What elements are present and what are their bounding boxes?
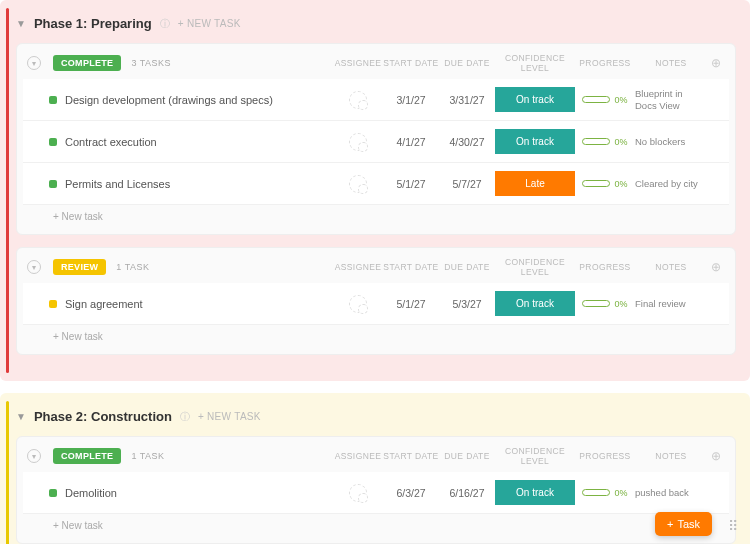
chevron-down-icon[interactable]: ▼	[16, 411, 26, 422]
status-pill[interactable]: COMPLETE	[53, 448, 121, 464]
task-row[interactable]: Demolition 6/3/27 6/16/27 On track 0% pu…	[23, 472, 729, 514]
col-assignee: ASSIGNEE	[333, 58, 383, 68]
status-square-icon	[49, 300, 57, 308]
chevron-down-icon[interactable]: ▼	[16, 18, 26, 29]
start-date[interactable]: 4/1/27	[383, 136, 439, 148]
phase-title[interactable]: Phase 2: Construction	[34, 409, 172, 424]
progress[interactable]: 0%	[575, 488, 635, 498]
due-date[interactable]: 4/30/27	[439, 136, 495, 148]
due-date[interactable]: 6/16/27	[439, 487, 495, 499]
due-date[interactable]: 5/7/27	[439, 178, 495, 190]
col-assignee: ASSIGNEE	[333, 451, 383, 461]
status-pill[interactable]: COMPLETE	[53, 55, 121, 71]
start-date[interactable]: 3/1/27	[383, 94, 439, 106]
add-column-icon[interactable]: ⊕	[707, 449, 725, 463]
col-assignee: ASSIGNEE	[333, 262, 383, 272]
phase-section: ▼ Phase 1: Preparing ⓘ + NEW TASK ▾ COMP…	[0, 0, 750, 381]
due-date[interactable]: 3/31/27	[439, 94, 495, 106]
task-name: Sign agreement	[65, 298, 143, 310]
status-pill[interactable]: REVIEW	[53, 259, 106, 275]
col-start-date: START DATE	[383, 451, 439, 461]
grid-icon[interactable]: ⠿	[728, 518, 738, 534]
add-column-icon[interactable]: ⊕	[707, 260, 725, 274]
notes[interactable]: Final review	[635, 298, 707, 309]
col-progress: PROGRESS	[575, 58, 635, 68]
info-icon[interactable]: ⓘ	[180, 410, 190, 424]
notes[interactable]: No blockers	[635, 136, 707, 147]
col-due-date: DUE DATE	[439, 262, 495, 272]
task-name: Demolition	[65, 487, 117, 499]
float-btn-label: Task	[677, 518, 700, 530]
phase-title[interactable]: Phase 1: Preparing	[34, 16, 152, 31]
col-confidence: CONFIDENCE LEVEL	[495, 53, 575, 73]
assignee-icon[interactable]	[349, 175, 367, 193]
assignee-icon[interactable]	[349, 295, 367, 313]
confidence-level[interactable]: On track	[495, 480, 575, 505]
task-row[interactable]: Permits and Licenses 5/1/27 5/7/27 Late …	[23, 163, 729, 205]
collapse-icon[interactable]: ▾	[27, 449, 41, 463]
collapse-icon[interactable]: ▾	[27, 56, 41, 70]
new-task-header[interactable]: + NEW TASK	[198, 411, 261, 422]
assignee-icon[interactable]	[349, 91, 367, 109]
col-due-date: DUE DATE	[439, 451, 495, 461]
progress[interactable]: 0%	[575, 95, 635, 105]
col-progress: PROGRESS	[575, 262, 635, 272]
start-date[interactable]: 5/1/27	[383, 178, 439, 190]
status-square-icon	[49, 138, 57, 146]
task-group: ▾ REVIEW 1 TASK ASSIGNEE START DATE DUE …	[16, 247, 736, 355]
new-task-row[interactable]: + New task	[23, 205, 729, 228]
collapse-icon[interactable]: ▾	[27, 260, 41, 274]
col-progress: PROGRESS	[575, 451, 635, 461]
new-task-header[interactable]: + NEW TASK	[178, 18, 241, 29]
task-row[interactable]: Contract execution 4/1/27 4/30/27 On tra…	[23, 121, 729, 163]
col-notes: NOTES	[635, 58, 707, 68]
task-row[interactable]: Sign agreement 5/1/27 5/3/27 On track 0%…	[23, 283, 729, 325]
plus-icon: +	[667, 518, 673, 530]
confidence-level[interactable]: On track	[495, 291, 575, 316]
task-group: ▾ COMPLETE 1 TASK ASSIGNEE START DATE DU…	[16, 436, 736, 544]
task-name: Design development (drawings and specs)	[65, 94, 273, 106]
progress[interactable]: 0%	[575, 299, 635, 309]
task-count: 1 TASK	[116, 262, 149, 272]
info-icon[interactable]: ⓘ	[160, 17, 170, 31]
progress[interactable]: 0%	[575, 179, 635, 189]
notes[interactable]: Cleared by city	[635, 178, 707, 189]
task-count: 1 TASK	[131, 451, 164, 461]
status-square-icon	[49, 180, 57, 188]
progress[interactable]: 0%	[575, 137, 635, 147]
confidence-level[interactable]: Late	[495, 171, 575, 196]
task-name: Contract execution	[65, 136, 157, 148]
status-square-icon	[49, 96, 57, 104]
task-row[interactable]: Design development (drawings and specs) …	[23, 79, 729, 121]
start-date[interactable]: 6/3/27	[383, 487, 439, 499]
confidence-level[interactable]: On track	[495, 87, 575, 112]
start-date[interactable]: 5/1/27	[383, 298, 439, 310]
col-confidence: CONFIDENCE LEVEL	[495, 446, 575, 466]
due-date[interactable]: 5/3/27	[439, 298, 495, 310]
col-start-date: START DATE	[383, 58, 439, 68]
new-task-row[interactable]: + New task	[23, 325, 729, 348]
assignee-icon[interactable]	[349, 133, 367, 151]
col-notes: NOTES	[635, 262, 707, 272]
add-column-icon[interactable]: ⊕	[707, 56, 725, 70]
new-task-row[interactable]: + New task	[23, 514, 729, 537]
col-confidence: CONFIDENCE LEVEL	[495, 257, 575, 277]
new-task-floating-button[interactable]: + Task	[655, 512, 712, 536]
status-square-icon	[49, 489, 57, 497]
task-name: Permits and Licenses	[65, 178, 170, 190]
col-due-date: DUE DATE	[439, 58, 495, 68]
task-count: 3 TASKS	[131, 58, 171, 68]
confidence-level[interactable]: On track	[495, 129, 575, 154]
task-group: ▾ COMPLETE 3 TASKS ASSIGNEE START DATE D…	[16, 43, 736, 235]
notes[interactable]: pushed back	[635, 487, 707, 498]
phase-section: ▼ Phase 2: Construction ⓘ + NEW TASK ▾ C…	[0, 393, 750, 544]
col-notes: NOTES	[635, 451, 707, 461]
notes[interactable]: Blueprint in Docs View	[635, 88, 707, 111]
col-start-date: START DATE	[383, 262, 439, 272]
assignee-icon[interactable]	[349, 484, 367, 502]
